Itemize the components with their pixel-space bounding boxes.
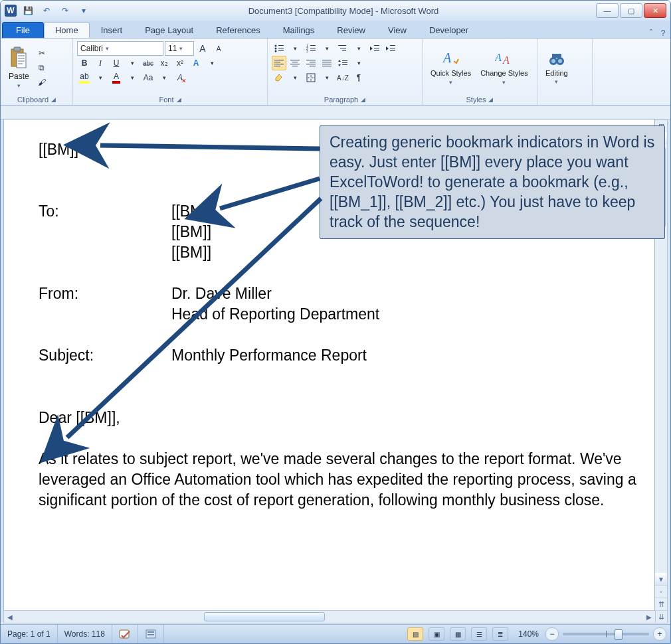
multilevel-list-icon[interactable] <box>336 41 350 56</box>
minimize-button[interactable]: — <box>596 3 619 18</box>
chevron-down-icon[interactable]: ▾ <box>125 56 140 70</box>
shrink-font-icon[interactable]: A <box>211 41 226 56</box>
status-proofing-icon[interactable] <box>112 625 138 643</box>
next-page-icon[interactable]: ⇊ <box>655 610 667 623</box>
show-hide-pilcrow-icon[interactable]: ¶ <box>351 70 366 85</box>
text-effects-icon[interactable]: A <box>189 56 203 70</box>
help-icon[interactable]: ? <box>657 29 669 38</box>
maximize-button[interactable]: ▢ <box>620 3 642 18</box>
svg-rect-33 <box>310 62 316 62</box>
chevron-down-icon[interactable]: ▾ <box>351 41 366 56</box>
styles-dialog-launcher-icon[interactable]: ◢ <box>488 96 493 103</box>
horizontal-ruler[interactable] <box>1 106 670 120</box>
tab-mailings[interactable]: Mailings <box>272 22 326 38</box>
change-styles-button[interactable]: AA Change Styles ▾ <box>476 48 532 86</box>
tab-home[interactable]: Home <box>44 22 90 38</box>
view-print-layout-icon[interactable]: ▤ <box>407 627 423 641</box>
bold-button[interactable]: B <box>77 56 92 70</box>
status-words[interactable]: Words: 118 <box>58 625 112 643</box>
tab-insert[interactable]: Insert <box>90 22 134 38</box>
svg-rect-1 <box>14 47 21 51</box>
justify-icon[interactable] <box>320 56 334 70</box>
clipboard-dialog-launcher-icon[interactable]: ◢ <box>51 96 56 103</box>
chevron-down-icon[interactable]: ▾ <box>93 70 108 85</box>
zoom-level[interactable]: 140% <box>512 625 545 643</box>
tab-page-layout[interactable]: Page Layout <box>134 22 205 38</box>
font-size-selector[interactable]: 11▾ <box>165 41 194 56</box>
increase-indent-icon[interactable] <box>383 41 398 56</box>
chevron-down-icon[interactable]: ▾ <box>288 41 302 56</box>
cut-icon[interactable]: ✂ <box>35 46 49 60</box>
browse-object-icon[interactable]: ◦ <box>655 585 667 598</box>
zoom-in-button[interactable]: + <box>653 627 666 641</box>
highlight-color-icon[interactable]: ab <box>77 70 92 85</box>
hscroll-thumb[interactable] <box>204 612 325 621</box>
font-dialog-launcher-icon[interactable]: ◢ <box>177 96 181 103</box>
redo-icon[interactable]: ↷ <box>58 4 72 17</box>
shading-icon[interactable] <box>272 70 286 85</box>
chevron-down-icon[interactable]: ▾ <box>320 70 334 85</box>
view-draft-icon[interactable]: ≣ <box>492 627 508 641</box>
sort-button[interactable]: A↓Z <box>336 70 350 85</box>
svg-rect-19 <box>374 48 379 48</box>
zoom-slider-knob[interactable] <box>615 629 623 640</box>
align-left-icon[interactable] <box>272 56 286 70</box>
prev-page-icon[interactable]: ⇈ <box>655 598 667 610</box>
zoom-slider[interactable] <box>563 633 649 635</box>
strikethrough-button[interactable]: abc <box>141 56 155 70</box>
tab-file[interactable]: File <box>2 22 44 38</box>
close-button[interactable]: ✕ <box>644 3 666 18</box>
paste-button[interactable]: Paste ▾ <box>5 45 33 90</box>
view-full-screen-icon[interactable]: ▣ <box>429 627 444 641</box>
view-outline-icon[interactable]: ☰ <box>471 627 487 641</box>
chevron-down-icon[interactable]: ▾ <box>320 41 334 56</box>
horizontal-scrollbar[interactable]: ◀ ▶ <box>3 610 656 623</box>
status-macro-icon[interactable] <box>138 625 164 643</box>
clear-formatting-icon[interactable]: A✕ <box>173 70 187 85</box>
superscript-button[interactable]: x² <box>173 56 187 70</box>
grow-font-icon[interactable]: A <box>195 41 210 56</box>
font-name-selector[interactable]: Calibri▾ <box>77 41 163 56</box>
line-spacing-icon[interactable] <box>336 56 350 70</box>
ribbon-collapse-icon[interactable]: ˆ <box>645 29 657 38</box>
chevron-down-icon[interactable]: ▾ <box>157 70 171 85</box>
zoom-out-button[interactable]: − <box>545 627 559 641</box>
svg-rect-27 <box>274 66 280 66</box>
tab-view[interactable]: View <box>377 22 418 38</box>
bullets-icon[interactable] <box>272 41 286 56</box>
quick-styles-button[interactable]: A Quick Styles ▾ <box>427 48 475 86</box>
save-icon[interactable]: 💾 <box>21 4 35 17</box>
status-page[interactable]: Page: 1 of 1 <box>1 625 58 643</box>
undo-icon[interactable]: ↶ <box>39 4 54 17</box>
tab-references[interactable]: References <box>205 22 271 38</box>
align-center-icon[interactable] <box>288 56 302 70</box>
scroll-down-arrow-icon[interactable]: ▼ <box>655 573 667 585</box>
word-app-icon[interactable]: W <box>5 5 17 17</box>
format-painter-icon[interactable]: 🖌 <box>35 75 49 90</box>
svg-text:A: A <box>442 50 452 65</box>
view-web-layout-icon[interactable]: ▦ <box>450 627 466 641</box>
font-color-icon[interactable]: A <box>109 70 124 85</box>
tab-review[interactable]: Review <box>326 22 377 38</box>
chevron-down-icon[interactable]: ▾ <box>351 56 366 70</box>
hscroll-track[interactable] <box>16 611 643 623</box>
chevron-down-icon[interactable]: ▾ <box>125 70 140 85</box>
scroll-right-arrow-icon[interactable]: ▶ <box>643 613 655 621</box>
change-case-button[interactable]: Aa <box>141 70 155 85</box>
qat-more-icon[interactable]: ▾ <box>76 4 91 17</box>
italic-button[interactable]: I <box>93 56 108 70</box>
tab-developer[interactable]: Developer <box>418 22 480 38</box>
numbering-icon[interactable]: 123 <box>304 41 318 56</box>
chevron-down-icon[interactable]: ▾ <box>288 70 302 85</box>
svg-rect-32 <box>306 60 316 60</box>
editing-button[interactable]: Editing ▾ <box>541 49 572 86</box>
scroll-left-arrow-icon[interactable]: ◀ <box>4 613 16 621</box>
paragraph-dialog-launcher-icon[interactable]: ◢ <box>361 96 365 103</box>
chevron-down-icon[interactable]: ▾ <box>205 56 219 70</box>
copy-icon[interactable]: ⧉ <box>35 60 49 75</box>
borders-icon[interactable] <box>304 70 318 85</box>
underline-button[interactable]: U <box>109 56 124 70</box>
align-right-icon[interactable] <box>304 56 318 70</box>
subscript-button[interactable]: x₂ <box>157 56 171 70</box>
decrease-indent-icon[interactable] <box>367 41 382 56</box>
